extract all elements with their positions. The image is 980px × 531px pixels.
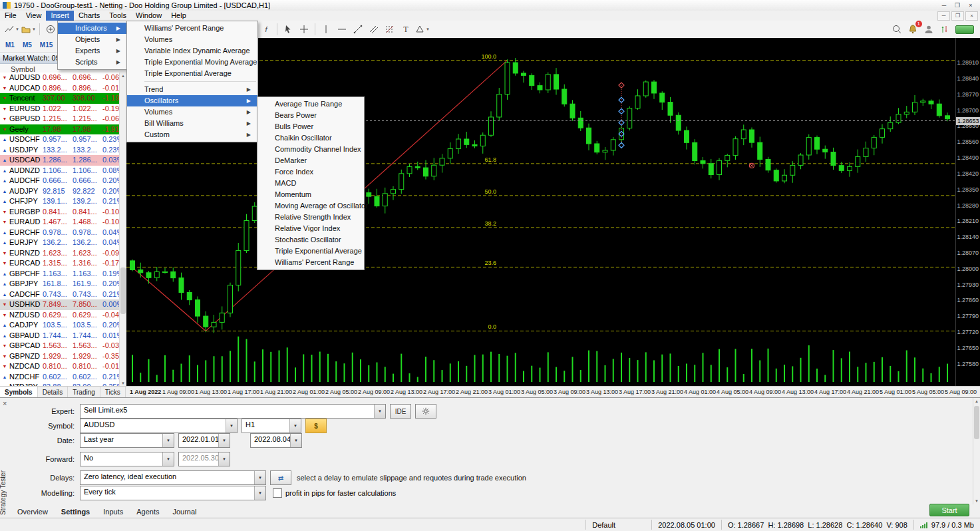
time-axis[interactable]: 1 Aug 20221 Aug 09:001 Aug 13:001 Aug 17…: [126, 386, 980, 398]
expert-settings-gear-icon[interactable]: [415, 404, 436, 419]
child-restore-icon[interactable]: ❐: [951, 11, 964, 21]
scroll-thumb[interactable]: [120, 267, 126, 314]
equidistant-channel-button[interactable]: [367, 22, 381, 37]
menu-item-triple-exponential-average[interactable]: Triple Exponential Average: [127, 68, 257, 79]
date-to-field[interactable]: 2022.08.04 ▼: [250, 433, 302, 448]
market-watch-row[interactable]: ▲GBPJPY161.8...161.9...0.20%: [0, 279, 126, 289]
menu-item-volumes[interactable]: Volumes: [127, 34, 257, 45]
chevron-down-icon[interactable]: ▼: [162, 452, 174, 466]
market-watch-row[interactable]: ▼NZDCAD0.810...0.810...-0.01%: [0, 361, 126, 372]
market-watch-row[interactable]: ▼EURUSD1.022...1.022...-0.19%: [0, 104, 126, 114]
market-watch-row[interactable]: ▲CADCHF0.743...0.743...0.21%: [0, 289, 126, 300]
menu-item-trend[interactable]: Trend▶: [127, 84, 257, 95]
menu-item-williams-percent-range[interactable]: Williams' Percent Range: [127, 23, 257, 34]
calendar-dropdown-icon[interactable]: ▼: [218, 434, 230, 447]
calendar-dropdown-icon[interactable]: ▼: [290, 434, 301, 447]
deposit-currency-button[interactable]: $: [305, 419, 327, 433]
market-watch-row[interactable]: ▼GBPCAD1.563...1.563...-0.03%: [0, 341, 126, 351]
symbol-select[interactable]: AUDUSD ▼: [80, 419, 238, 433]
expert-select[interactable]: Sell Limit.ex5 ▼: [80, 404, 386, 419]
menu-item-bears-power[interactable]: Bears Power: [257, 110, 364, 121]
search-icon[interactable]: [890, 22, 904, 37]
tester-tab-agents[interactable]: Agents: [130, 506, 166, 517]
market-watch-row[interactable]: ▲USDJPY133.2...133.2...0.23%: [0, 145, 126, 156]
chevron-down-icon[interactable]: ▼: [289, 419, 301, 433]
text-button[interactable]: T: [399, 22, 413, 37]
menu-item-scripts[interactable]: Scripts▶: [58, 57, 127, 68]
horizontal-line-button[interactable]: [335, 22, 349, 37]
menu-item-commodity-channel-index[interactable]: Commodity Channel Index: [257, 144, 364, 155]
profiles-button[interactable]: ▼: [21, 22, 36, 37]
menu-item-indicators[interactable]: Indicators▶: [58, 23, 127, 34]
indicators-button[interactable]: f: [259, 22, 273, 37]
market-watch-row[interactable]: ▲AUDJPY92.81592.8220.20%: [0, 186, 126, 197]
menu-help[interactable]: Help: [166, 11, 191, 21]
menu-item-bulls-power[interactable]: Bulls Power: [257, 121, 364, 132]
market-watch-row[interactable]: ▼EURGBP0.841...0.841...-0.10%: [0, 207, 126, 218]
menu-item-triple-exponential-moving-average[interactable]: Triple Exponential Moving Average: [127, 57, 257, 68]
menu-file[interactable]: File: [0, 11, 21, 21]
menu-item-bill-williams[interactable]: Bill Williams▶: [127, 118, 257, 129]
close-panel-icon[interactable]: ×: [3, 399, 7, 407]
timeframe-m15-button[interactable]: M15: [36, 40, 57, 50]
market-watch-row[interactable]: ▼GBPNZD1.929...1.929...-0.35%: [0, 351, 126, 362]
market-watch-row[interactable]: ▲USDCAD1.286...1.286...0.03%: [0, 155, 126, 166]
market-watch-row[interactable]: ▲AUDCHF0.666...0.666...0.20%: [0, 176, 126, 186]
crosshair-button[interactable]: [297, 22, 311, 37]
menu-view[interactable]: View: [21, 11, 47, 21]
status-profile[interactable]: Default: [585, 520, 651, 530]
market-watch-row[interactable]: ▼EURCAD1.315...1.316...-0.17%: [0, 258, 126, 269]
new-chart-button[interactable]: ▼: [4, 22, 19, 37]
market-watch-row[interactable]: ▲EURJPY136.2...136.2...0.04%: [0, 238, 126, 248]
scroll-up-icon[interactable]: ▲: [120, 73, 126, 79]
menu-item-williams-percent-range[interactable]: Williams' Percent Range: [257, 257, 364, 268]
date-range-select[interactable]: Last year ▼: [80, 433, 174, 448]
market-watch-row[interactable]: ▲USDCHF0.957...0.957...0.23%: [0, 134, 126, 145]
market-watch-row[interactable]: ▲CADJPY103.5...103.5...0.20%: [0, 320, 126, 331]
fibonacci-button[interactable]: [383, 22, 397, 37]
profit-pips-checkbox[interactable]: [273, 488, 282, 498]
modelling-select[interactable]: Every tick ▼: [80, 486, 266, 500]
market-watch-row[interactable]: ▼NZDUSD0.629...0.629...-0.04%: [0, 310, 126, 321]
market-watch-row[interactable]: ▼GBPUSD1.215...1.215...-0.06%: [0, 114, 126, 124]
menu-window[interactable]: Window: [131, 11, 166, 21]
menu-item-objects[interactable]: Objects▶: [58, 34, 127, 45]
scroll-thumb[interactable]: [974, 406, 979, 439]
menu-item-triple-exponential-average[interactable]: Triple Exponential Average: [257, 246, 364, 257]
chevron-down-icon[interactable]: ▼: [226, 419, 237, 433]
cursor-button[interactable]: [281, 22, 295, 37]
start-button[interactable]: Start: [929, 504, 969, 516]
tester-scrollbar[interactable]: ▲ ▼: [973, 398, 980, 504]
market-watch-row[interactable]: ▼USDHKD7.849...7.850...0.00%: [0, 299, 126, 310]
delays-select[interactable]: Zero latency, ideal execution ▼: [80, 470, 266, 485]
market-watch-row[interactable]: ▼Tencent307.00308.00-1.19%: [0, 93, 126, 104]
menu-item-average-true-range[interactable]: Average True Range: [257, 98, 364, 110]
menu-item-stochastic-oscillator[interactable]: Stochastic Oscillator: [257, 234, 364, 246]
market-watch-row[interactable]: ▲NZDCHF0.602...0.602...0.21%: [0, 372, 126, 383]
community-user-icon[interactable]: [921, 22, 936, 37]
market-watch-tab-details[interactable]: Details: [38, 387, 69, 397]
menu-item-demarker[interactable]: DeMarker: [257, 155, 364, 166]
trendline-button[interactable]: [351, 22, 365, 37]
latency-settings-icon[interactable]: ⇄: [270, 470, 291, 485]
market-watch-tab-symbols[interactable]: Symbols: [0, 387, 38, 397]
market-watch-row[interactable]: ▼EURNZD1.623...1.623...-0.09%: [0, 248, 126, 259]
market-watch-row[interactable]: ▼EURAUD1.467...1.468...-0.10%: [0, 217, 126, 228]
chevron-down-icon[interactable]: ▼: [374, 405, 385, 418]
chevron-down-icon[interactable]: ▼: [254, 471, 265, 484]
menu-item-force-index[interactable]: Force Index: [257, 166, 364, 178]
tester-tab-overview[interactable]: Overview: [11, 506, 55, 517]
close-icon[interactable]: ×: [964, 1, 977, 10]
menu-item-volumes[interactable]: Volumes▶: [127, 106, 257, 118]
tester-tab-inputs[interactable]: Inputs: [96, 506, 130, 517]
objects-button[interactable]: ▼: [414, 22, 430, 37]
network-activity-icon[interactable]: [937, 22, 952, 37]
scroll-up-icon[interactable]: ▲: [973, 398, 980, 405]
menu-item-relative-strength-index[interactable]: Relative Strength Index: [257, 212, 364, 223]
market-watch-row[interactable]: ▲EURCHF0.978...0.978...0.04%: [0, 228, 126, 238]
timeframe-m5-button[interactable]: M5: [19, 40, 36, 50]
price-scale[interactable]: 1.289101.288401.287701.287001.286301.285…: [955, 38, 980, 386]
forward-select[interactable]: No ▼: [80, 452, 174, 466]
date-from-field[interactable]: 2022.01.01 ▼: [178, 433, 230, 448]
menu-item-moving-average-of-oscillator[interactable]: Moving Average of Oscillator: [257, 200, 364, 212]
